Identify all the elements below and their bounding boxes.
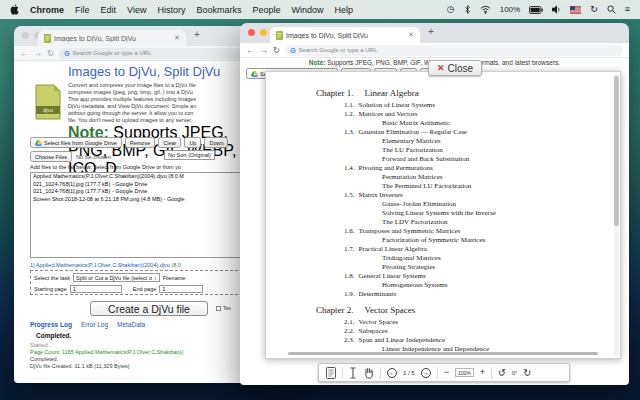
toc-number: Chapter 1.	[316, 88, 354, 98]
menu-item[interactable]: Edit	[101, 5, 117, 15]
log-status: Completed.	[36, 332, 71, 339]
choose-files-button[interactable]: Choose Files	[30, 151, 72, 162]
zoom-out-button[interactable]: −	[444, 368, 449, 377]
apple-logo-icon[interactable]	[10, 4, 19, 15]
battery-icon[interactable]	[529, 6, 543, 14]
end-page-input[interactable]	[159, 285, 203, 293]
filename-label: Filename	[163, 275, 186, 281]
list-action-button[interactable]: Clear	[158, 137, 181, 148]
djvu-favicon	[276, 31, 283, 40]
description-line: Convert and compress your image files to…	[68, 82, 240, 89]
menu-item[interactable]: Help	[334, 5, 353, 15]
menu-item[interactable]: File	[75, 5, 90, 15]
toc-row: Factorization of Symmetric Matrices	[266, 236, 620, 245]
browser-tab[interactable]: Images to DjVu, Split DjVu ✕	[270, 27, 420, 43]
toc-text: Tridiagonal Matrices	[382, 254, 441, 262]
clock-icon[interactable]: ◷	[447, 5, 455, 14]
toc-row: 1.6.Transposes and Symmetric Matrices	[266, 227, 620, 236]
wifi-icon[interactable]	[480, 5, 491, 14]
foreground-window: Images to DjVu, Split DjVu ✕ + ← → ↻ G S…	[240, 23, 629, 385]
toc-number: 1.5.	[344, 191, 355, 199]
menu-item[interactable]: Bookmarks	[196, 5, 241, 15]
log-tab[interactable]: Progress Log	[30, 321, 72, 328]
selected-file-name[interactable]: 1) Applied Mathematics(P.J.Olver,C.Shaki…	[30, 262, 171, 268]
select-from-drive-button[interactable]: Select files from Google Drive	[30, 137, 122, 148]
toc-row: Tridiagonal Matrices	[266, 254, 620, 263]
close-window-button[interactable]	[22, 32, 29, 39]
toc-row: The LU Factorization	[266, 146, 620, 155]
log-tab[interactable]: MetaData	[117, 321, 145, 328]
address-bar[interactable]: G Search Google or type a URL	[285, 45, 623, 56]
toc-number: 1.8.	[344, 272, 355, 280]
djvu-viewer-panel: Chapter 1.Linear Algebra 1.1.Solution of…	[265, 71, 621, 359]
menu-item-chrome[interactable]: Chrome	[30, 5, 64, 15]
sync-icon[interactable]: ↻	[590, 5, 598, 14]
list-action-button[interactable]: Remove	[125, 137, 155, 148]
toc-text: Linear Algebra	[365, 88, 419, 98]
toc-number: 2.3.	[344, 336, 355, 344]
minimize-window-button[interactable]	[260, 29, 267, 36]
next-page-button[interactable]: →	[421, 368, 431, 378]
list-action-button[interactable]: Down	[204, 137, 228, 148]
google-g-icon: G	[290, 47, 295, 54]
create-djvu-button[interactable]: Create a DjVu file	[90, 301, 208, 316]
browser-tab[interactable]: Images to DjVu, Split DjVu ✕	[38, 30, 186, 46]
sort-dropdown[interactable]: No Sort (Original)	[164, 150, 215, 160]
viewer-close-button[interactable]: ✕ Close	[428, 60, 482, 76]
bluetooth-icon[interactable]	[464, 4, 471, 15]
toc-text: The LU Factorization	[382, 146, 443, 154]
back-nav-icon[interactable]: ←	[20, 48, 29, 58]
toc-row: Basic Matrix Arithmetic	[266, 119, 620, 128]
input-language-flag-icon[interactable]	[570, 6, 581, 14]
horizontal-scrollbar-thumb[interactable]	[288, 352, 598, 355]
menu-item[interactable]: View	[127, 5, 146, 15]
page-mode-icon[interactable]	[326, 367, 336, 379]
selected-file-line: 1) Applied Mathematics(P.J.Olver,C.Shaki…	[30, 262, 181, 268]
menu-item[interactable]: History	[157, 5, 185, 15]
menu-bar: Chrome FileEditViewHistoryBookmarksPeopl…	[0, 0, 640, 19]
log-line: Completed.	[30, 356, 183, 363]
menu-item[interactable]: People	[252, 5, 280, 15]
no-file-chosen-text: No file chosen	[76, 154, 111, 160]
new-tab-button[interactable]: +	[428, 26, 434, 37]
toc-row: Pivoting Strategies	[266, 263, 620, 272]
test-checkbox-label: Tes	[223, 305, 231, 311]
hand-pan-icon[interactable]	[363, 367, 374, 379]
tab-close-icon[interactable]: ✕	[174, 34, 180, 42]
toc-text: Matrix Inverses	[359, 191, 403, 199]
zoom-in-button[interactable]: +	[480, 368, 485, 377]
volume-icon[interactable]	[552, 5, 561, 14]
close-window-button[interactable]	[248, 29, 255, 36]
toc-row: Chapter 2.Vector Spaces	[266, 305, 620, 316]
text-select-icon[interactable]	[349, 367, 357, 379]
previous-page-button[interactable]: ←	[387, 368, 397, 378]
rotate-left-button[interactable]: ↺	[498, 368, 506, 378]
reload-icon[interactable]: ↻	[47, 48, 54, 58]
address-placeholder: Search Google or type a URL	[73, 50, 152, 56]
starting-page-input[interactable]	[70, 285, 122, 293]
rotation-degrees: 0°	[512, 370, 517, 376]
vertical-scrollbar-thumb[interactable]	[614, 76, 619, 226]
toc-row: 2.1.Vector Spaces	[266, 318, 620, 327]
toc-number: 1.3.	[344, 128, 355, 136]
tab-close-icon[interactable]: ✕	[408, 31, 414, 39]
reload-icon[interactable]: ↻	[273, 45, 280, 55]
description-line: This app provides multiple features incl…	[68, 96, 240, 103]
menu-item[interactable]: Window	[291, 5, 323, 15]
forward-nav-icon[interactable]: →	[34, 48, 43, 58]
test-checkbox[interactable]	[216, 306, 221, 311]
toc-row: 1.4.Pivoting and Permutations	[266, 164, 620, 173]
spotlight-search-icon[interactable]	[607, 5, 616, 14]
list-action-button[interactable]: Up	[184, 137, 201, 148]
notification-center-icon[interactable]: ≡	[625, 5, 630, 14]
back-nav-icon[interactable]: ←	[246, 45, 255, 55]
forward-nav-icon[interactable]: →	[260, 45, 269, 55]
rotate-right-button[interactable]: ↻	[523, 368, 531, 378]
log-tab[interactable]: Error Log	[81, 321, 108, 328]
close-button-label: Close	[447, 63, 473, 74]
djvu-favicon	[44, 34, 51, 43]
toc-text: Gaussian Elimination — Regular Case	[359, 128, 467, 136]
new-tab-button[interactable]: +	[194, 29, 200, 40]
toc-text: The Permuted LU Factorization	[382, 182, 471, 190]
task-dropdown[interactable]: Split or Cut a DjVu file (select o ↕	[73, 273, 160, 282]
